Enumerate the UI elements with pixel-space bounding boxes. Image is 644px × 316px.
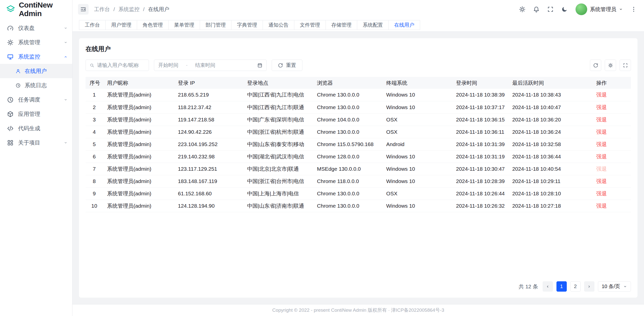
table-header-row: 序号用户昵称登录 IP登录地点浏览器终端系统登录时间最后活跃时间操作 xyxy=(86,77,631,89)
more-button[interactable] xyxy=(630,6,637,13)
tab[interactable]: 系统配置 xyxy=(357,20,389,30)
tab[interactable]: 字典管理 xyxy=(231,20,263,30)
cell-last-active-time: 2024-11-18 10:38:43 xyxy=(508,89,592,101)
sidebar-item-system-logs[interactable]: 系统日志 xyxy=(0,78,72,93)
force-logout-link[interactable]: 强退 xyxy=(596,191,607,196)
gear-icon xyxy=(7,39,14,46)
cell-os: OSX xyxy=(382,187,452,200)
force-logout-link[interactable]: 强退 xyxy=(596,104,607,110)
reset-button[interactable]: 重置 xyxy=(272,60,302,71)
sidebar-item-label: 关于项目 xyxy=(18,139,40,147)
user-menu[interactable]: 系统管理员 xyxy=(575,3,623,15)
online-users-table: 序号用户昵称登录 IP登录地点浏览器终端系统登录时间最后活跃时间操作 1 系统管… xyxy=(86,77,631,212)
cell-login-location: 中国|北京|北京市|联通 xyxy=(243,163,313,175)
sidebar-item-online-users[interactable]: 在线用户 xyxy=(0,64,72,78)
monitor-icon xyxy=(7,54,14,60)
cell-login-time: 2024-11-18 10:36:15 xyxy=(452,113,508,126)
sidebar-item-system-monitor[interactable]: 系统监控 xyxy=(0,50,72,64)
sidebar-item-dashboard[interactable]: 仪表盘 xyxy=(0,21,72,35)
tab[interactable]: 在线用户 xyxy=(388,20,420,30)
page-button-2[interactable]: 2 xyxy=(570,281,581,292)
table-body: 1 系统管理员(admin) 218.65.5.219 中国|江西省|九江市|电… xyxy=(86,89,631,212)
table-row: 1 系统管理员(admin) 218.65.5.219 中国|江西省|九江市|电… xyxy=(86,89,631,101)
force-logout-link[interactable]: 强退 xyxy=(596,178,607,184)
tab[interactable]: 通知公告 xyxy=(263,20,294,30)
cell-index: 10 xyxy=(86,200,103,212)
pagination: 共 12 条 12 10 条/页 xyxy=(86,277,631,292)
start-date-placeholder: 开始时间 xyxy=(158,62,178,69)
cell-last-active-time: 2024-11-18 10:36:20 xyxy=(508,113,592,126)
sidebar-item-label: 应用管理 xyxy=(18,110,40,118)
sidebar-item-about-project[interactable]: 关于项目 xyxy=(0,136,72,150)
sidebar-item-system-management[interactable]: 系统管理 xyxy=(0,35,72,50)
cell-login-ip: 119.147.218.58 xyxy=(174,113,243,126)
tab-label: 菜单管理 xyxy=(174,22,194,28)
table-fullscreen-button[interactable] xyxy=(620,60,631,71)
notifications-button[interactable] xyxy=(533,6,540,13)
pagination-total: 共 12 条 xyxy=(519,283,538,290)
force-logout-link[interactable]: 强退 xyxy=(596,129,607,135)
sidebar-collapse-button[interactable] xyxy=(78,4,89,15)
column-header: 浏览器 xyxy=(313,77,382,89)
moon-icon xyxy=(561,6,568,13)
cell-index: 2 xyxy=(86,101,103,113)
breadcrumb-item[interactable]: 工作台 xyxy=(94,6,110,13)
sidebar-item-app-management[interactable]: 应用管理 xyxy=(0,107,72,121)
cell-browser: Chrome 104.0.0.0 xyxy=(313,113,382,126)
code-icon xyxy=(7,125,14,132)
cell-login-time: 2024-11-18 10:31:19 xyxy=(452,150,508,163)
sidebar-item-label: 系统日志 xyxy=(25,82,47,89)
force-logout-link[interactable]: 强退 xyxy=(596,141,607,147)
dark-mode-button[interactable] xyxy=(561,6,568,13)
sidebar-item-label: 系统管理 xyxy=(18,39,40,46)
refresh-icon xyxy=(593,63,598,68)
tab[interactable]: 工作台 xyxy=(79,20,106,30)
cell-login-ip: 123.117.129.251 xyxy=(174,163,243,175)
force-logout-link[interactable]: 强退 xyxy=(596,154,607,159)
column-settings-button[interactable] xyxy=(605,60,616,71)
cell-index: 4 xyxy=(86,126,103,138)
grid-icon xyxy=(7,140,14,146)
tab[interactable]: 菜单管理 xyxy=(168,20,200,30)
tab[interactable]: 角色管理 xyxy=(137,20,169,30)
app-title: ContiNew Admin xyxy=(19,1,72,18)
cell-login-ip: 124.90.42.226 xyxy=(174,126,243,138)
cell-os: Windows 10 xyxy=(382,175,452,187)
fullscreen-button[interactable] xyxy=(547,6,554,13)
refresh-table-button[interactable] xyxy=(590,60,601,71)
next-page-button[interactable] xyxy=(584,281,594,292)
page-button-1[interactable]: 1 xyxy=(556,281,567,292)
force-logout-link[interactable]: 强退 xyxy=(596,203,607,209)
cell-index: 5 xyxy=(86,138,103,150)
sidebar-item-code-generation[interactable]: 代码生成 xyxy=(0,121,72,136)
cell-last-active-time: 2024-11-18 10:28:10 xyxy=(508,187,592,200)
cell-last-active-time: 2024-11-18 10:27:18 xyxy=(508,200,592,212)
page-size-select[interactable]: 10 条/页 xyxy=(598,281,631,292)
tab-label: 工作台 xyxy=(85,22,100,28)
tab[interactable]: 文件管理 xyxy=(294,20,326,30)
cell-login-ip: 219.140.232.98 xyxy=(174,150,243,163)
breadcrumb-item[interactable]: 系统监控 xyxy=(118,6,140,13)
tab[interactable]: 用户管理 xyxy=(105,20,137,30)
force-logout-link[interactable]: 强退 xyxy=(596,92,607,98)
column-header: 用户昵称 xyxy=(103,77,174,89)
settings-button[interactable] xyxy=(519,6,526,13)
cell-last-active-time: 2024-11-18 10:40:54 xyxy=(508,163,592,175)
tab[interactable]: 存储管理 xyxy=(326,20,357,30)
end-date-placeholder: 结束时间 xyxy=(195,62,215,69)
column-header: 操作 xyxy=(592,77,631,89)
force-logout-link[interactable]: 强退 xyxy=(596,117,607,122)
table-row: 8 系统管理员(admin) 183.148.167.119 中国|浙江省|台州… xyxy=(86,175,631,187)
search-input[interactable] xyxy=(97,62,145,68)
previous-page-button[interactable] xyxy=(543,281,553,292)
sidebar-item-label: 任务调度 xyxy=(18,96,40,104)
menu-fold-icon xyxy=(80,6,87,13)
chevron-up-icon xyxy=(64,55,68,59)
table-row: 9 系统管理员(admin) 61.152.168.60 中国|上海|上海市|电… xyxy=(86,187,631,200)
cell-login-location: 中国|山东省|泰安市|移动 xyxy=(243,138,313,150)
tab[interactable]: 部门管理 xyxy=(200,20,231,30)
sidebar-item-task-schedule[interactable]: 任务调度 xyxy=(0,93,72,107)
date-range-picker[interactable]: 开始时间 - 结束时间 xyxy=(154,60,267,71)
user-icon xyxy=(16,69,21,74)
header-actions: 系统管理员 xyxy=(519,3,637,15)
